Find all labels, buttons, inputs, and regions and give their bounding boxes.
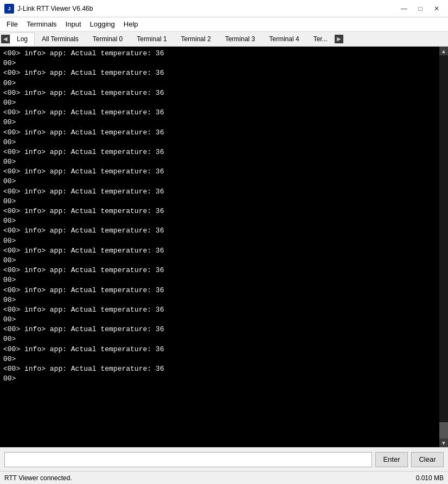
terminal-line: <00> info> app: Actual temperature: 36 [3,325,436,334]
tab-terminal-1[interactable]: Terminal 1 [130,33,174,45]
restore-button[interactable]: □ [413,3,427,14]
terminal-line: <00> info> app: Actual temperature: 36 [3,206,436,216]
scroll-down-button[interactable]: ▼ [439,438,448,447]
close-button[interactable]: ✕ [430,3,444,14]
scroll-up-button[interactable]: ▲ [439,47,448,55]
terminal-line: 00> [3,354,436,364]
menu-bar: FileTerminalsInputLoggingHelp [0,17,448,31]
terminal-line: <00> info> app: Actual temperature: 36 [3,364,436,374]
title-text: J-Link RTT Viewer V6.46b [17,5,394,12]
terminal-line: <00> info> app: Actual temperature: 36 [3,128,436,138]
terminal-scrollbar: ▲ ▼ [439,47,448,447]
input-field[interactable] [4,452,372,467]
terminal-line: 00> [3,98,436,108]
terminal-line: 00> [3,177,436,186]
clear-button[interactable]: Clear [411,452,444,467]
terminal-line: 00> [3,118,436,127]
data-size: 0.010 MB [416,474,444,482]
connection-status: RTT Viewer connected. [4,474,72,482]
terminal-line: <00> info> app: Actual temperature: 36 [3,246,436,256]
terminal-line: 00> [3,334,436,344]
terminal-line: 00> [3,275,436,285]
menu-item-help[interactable]: Help [119,19,143,29]
title-bar: J J-Link RTT Viewer V6.46b — □ ✕ [0,0,448,17]
terminal-line: <00> info> app: Actual temperature: 36 [3,226,436,236]
tab-terminal-0[interactable]: Terminal 0 [86,33,130,45]
status-bar: RTT Viewer connected. 0.010 MB [0,471,448,484]
tab-terminal-3[interactable]: Terminal 3 [218,33,262,45]
terminal-line: 00> [3,374,436,384]
enter-button[interactable]: Enter [375,452,408,467]
terminal-line: <00> info> app: Actual temperature: 36 [3,147,436,157]
terminal-content[interactable]: <00> info> app: Actual temperature: 3600… [0,47,439,447]
minimize-button[interactable]: — [397,3,411,14]
terminal-line: <00> info> app: Actual temperature: 36 [3,286,436,295]
terminal-line: <00> info> app: Actual temperature: 36 [3,305,436,315]
terminal-line: <00> info> app: Actual temperature: 36 [3,108,436,118]
tab-all-terminals[interactable]: All Terminals [35,33,86,45]
terminal-line: 00> [3,59,436,68]
menu-item-file[interactable]: File [2,19,22,29]
terminal-area: <00> info> app: Actual temperature: 3600… [0,47,448,447]
menu-item-logging[interactable]: Logging [86,19,119,29]
tab-scroll-right[interactable]: ▶ [335,35,343,43]
terminal-line: <00> info> app: Actual temperature: 36 [3,68,436,78]
terminal-line: <00> info> app: Actual temperature: 36 [3,187,436,197]
tab-ter...[interactable]: Ter... [306,33,335,45]
terminal-line: <00> info> app: Actual temperature: 36 [3,167,436,177]
terminal-line: <00> info> app: Actual temperature: 36 [3,88,436,98]
terminal-line: 00> [3,256,436,266]
terminal-line: 00> [3,79,436,88]
menu-item-terminals[interactable]: Terminals [22,19,61,29]
tab-terminal-2[interactable]: Terminal 2 [174,33,218,45]
scroll-track[interactable] [439,55,448,438]
tab-bar: ◀ LogAll TerminalsTerminal 0Terminal 1Te… [0,31,448,47]
terminal-line: <00> info> app: Actual temperature: 36 [3,266,436,275]
terminal-line: 00> [3,236,436,246]
terminal-line: <00> info> app: Actual temperature: 36 [3,345,436,354]
terminal-line: 00> [3,216,436,226]
terminal-line: 00> [3,138,436,147]
menu-item-input[interactable]: Input [61,19,86,29]
tab-scroll-left[interactable]: ◀ [1,35,10,43]
input-bar: Enter Clear [0,447,448,471]
scroll-thumb[interactable] [439,422,448,438]
tab-terminal-4[interactable]: Terminal 4 [262,33,306,45]
terminal-line: 00> [3,295,436,305]
window-controls: — □ ✕ [397,3,444,14]
terminal-line: 00> [3,315,436,325]
terminal-line: 00> [3,157,436,167]
terminal-line: <00> info> app: Actual temperature: 36 [3,49,436,59]
app-icon: J [4,4,14,14]
terminal-line: 00> [3,197,436,206]
tab-log[interactable]: Log [10,33,35,46]
